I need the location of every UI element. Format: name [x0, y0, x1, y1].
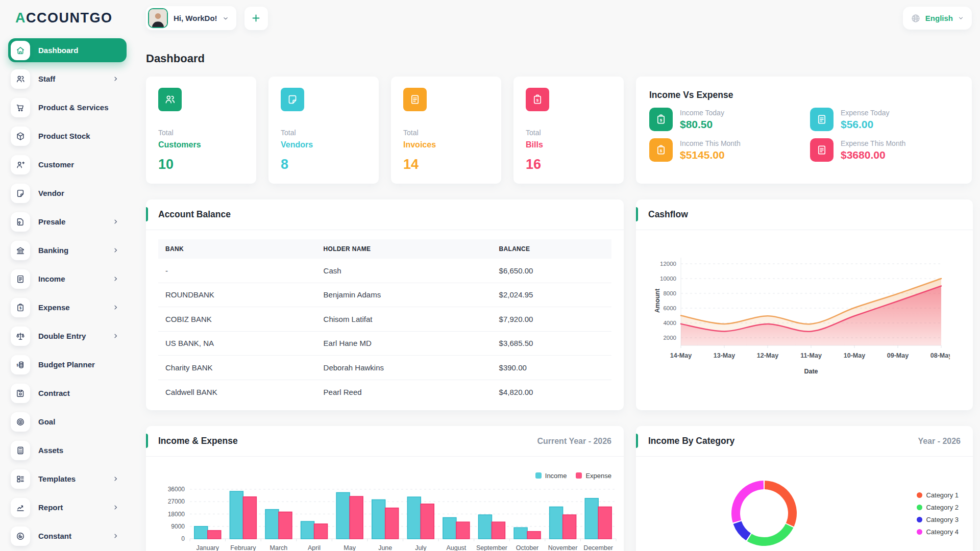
- stat-card-invoices: Total Invoices 14: [391, 77, 501, 184]
- main-content: Hi, WorkDo! English Dashboard Total Cust…: [135, 0, 980, 551]
- account-balance-table: BANK HOLDER NAME BALANCE - Cash $6,650.0…: [158, 239, 611, 404]
- column-header-balance: BALANCE: [499, 245, 604, 253]
- summary-label: Income Today: [680, 109, 724, 117]
- sidebar-item-label: Constant: [38, 532, 71, 540]
- add-button[interactable]: [244, 7, 268, 30]
- note-icon: [11, 184, 30, 203]
- sidebar-item-label: Budget Planner: [38, 360, 95, 369]
- legend-label: Category 1: [926, 491, 959, 499]
- table-row: Charity BANK Deborah Hawkins $390.00: [158, 356, 611, 380]
- income-vs-expense-grid: $ Income Today $80.50 Expense Today $56.…: [649, 108, 959, 162]
- sidebar-item-label: Staff: [38, 74, 55, 83]
- header-accent-bar: [636, 207, 638, 221]
- svg-text:$: $: [536, 98, 539, 103]
- stat-value: 16: [526, 157, 611, 172]
- legend-item-category-3[interactable]: Category 3: [917, 516, 959, 523]
- coins-icon: $: [11, 355, 30, 374]
- app: ACCOUNTGO Dashboard Staff Product & Serv…: [0, 0, 980, 551]
- sidebar-item-customer[interactable]: Customer: [8, 153, 127, 177]
- sidebar-item-dashboard[interactable]: Dashboard: [8, 38, 127, 62]
- sidebar: ACCOUNTGO Dashboard Staff Product & Serv…: [0, 0, 135, 551]
- table-row: - Cash $6,650.00: [158, 259, 611, 283]
- cashflow-header: Cashflow: [636, 199, 973, 230]
- cell-bank: ROUNDBANK: [165, 290, 324, 299]
- cell-balance: $3,685.50: [499, 339, 604, 347]
- sidebar-item-label: Product Stock: [38, 132, 90, 140]
- svg-text:May: May: [344, 544, 356, 551]
- chevron-down-icon: [222, 15, 229, 22]
- sidebar-item-income[interactable]: Income: [8, 267, 127, 291]
- bottom-row: Income & Expense Current Year - 2026 Inc…: [146, 426, 972, 551]
- legend-item-category-2[interactable]: Category 2: [917, 504, 959, 511]
- bank-icon: [11, 241, 30, 260]
- summary-label: Income This Month: [680, 139, 741, 147]
- sidebar-item-label: Income: [38, 274, 65, 283]
- sidebar-item-templates[interactable]: Templates: [8, 467, 127, 491]
- stat-value: 8: [281, 157, 366, 172]
- sidebar-item-label: Product & Services: [38, 103, 109, 112]
- svg-text:27000: 27000: [168, 498, 185, 505]
- sidebar-item-double-entry[interactable]: Double Entry: [8, 324, 127, 348]
- legend-item-expense[interactable]: Expense: [576, 471, 611, 480]
- income-expense-summary-item: $ Income This Month $5145.00: [649, 138, 798, 162]
- sidebar-item-report[interactable]: Report: [8, 495, 127, 519]
- cell-bank: Charity BANK: [165, 363, 324, 372]
- svg-text:$: $: [19, 306, 21, 310]
- account-balance-header: Account Balance: [146, 199, 624, 230]
- income-expense-header: Income & Expense Current Year - 2026: [146, 426, 624, 457]
- sidebar-item-expense[interactable]: $ Expense: [8, 295, 127, 319]
- home-icon: [11, 41, 30, 60]
- brand-logo: ACCOUNTGO: [8, 9, 127, 38]
- target-icon: [11, 412, 30, 432]
- svg-text:Amount: Amount: [654, 288, 661, 313]
- summary-label: Expense This Month: [841, 139, 905, 147]
- stat-value: 14: [403, 157, 489, 172]
- sidebar-item-assets[interactable]: Assets: [8, 438, 127, 462]
- language-selector[interactable]: English: [903, 7, 972, 30]
- svg-text:June: June: [378, 544, 392, 551]
- stat-card-vendors: Total Vendors 8: [268, 77, 379, 184]
- legend-item-category-4[interactable]: Category 4: [917, 528, 959, 536]
- user-greeting: Hi, WorkDo!: [174, 14, 217, 22]
- sidebar-item-presale[interactable]: Presale: [8, 210, 127, 234]
- svg-text:$: $: [16, 363, 18, 367]
- sidebar-item-label: Vendor: [38, 189, 64, 197]
- sidebar-item-contract[interactable]: Contract: [8, 381, 127, 405]
- legend-item-category-1[interactable]: Category 1: [917, 491, 959, 499]
- svg-text:$: $: [660, 148, 663, 153]
- income-expense-body: Income Expense 09000180002700036000Janua…: [146, 457, 624, 551]
- sidebar-item-goal[interactable]: Goal: [8, 410, 127, 434]
- language-label: English: [925, 14, 953, 22]
- chevron-right-icon: [112, 504, 119, 511]
- cell-balance: $6,650.00: [499, 266, 604, 275]
- cashflow-card: Cashflow 2000400060008000100001200014-Ma…: [636, 199, 973, 410]
- cell-bank: Caldwell BANK: [165, 388, 324, 396]
- cell-balance: $390.00: [499, 363, 604, 372]
- sidebar-item-staff[interactable]: Staff: [8, 67, 127, 91]
- income-by-category-chart: [721, 470, 807, 551]
- sidebar-item-product-stock[interactable]: Product Stock: [8, 124, 127, 148]
- income-by-category-body: Category 1 Category 2 Category 3 Categor…: [636, 457, 973, 551]
- income-vs-expense-card: Income Vs Expense $ Income Today $80.50 …: [636, 77, 972, 184]
- summary-value: $5145.00: [680, 149, 741, 161]
- sidebar-item-budget-planner[interactable]: $ Budget Planner: [8, 353, 127, 377]
- legend-item-income[interactable]: Income: [535, 471, 567, 480]
- brand-logo-accent: A: [15, 10, 26, 26]
- header-accent-bar: [636, 434, 638, 448]
- sidebar-item-constant[interactable]: Constant: [8, 524, 127, 548]
- svg-text:Date: Date: [804, 368, 818, 375]
- sidebar-item-banking[interactable]: Banking: [8, 238, 127, 262]
- table-row: US BANK, NA Earl Hane MD $3,685.50: [158, 332, 611, 356]
- svg-text:July: July: [415, 544, 427, 551]
- chevron-right-icon: [112, 304, 119, 311]
- file-badge-icon: [11, 212, 30, 232]
- sidebar-item-label: Templates: [38, 474, 76, 483]
- sidebar-item-vendor[interactable]: Vendor: [8, 181, 127, 205]
- user-menu[interactable]: Hi, WorkDo!: [146, 6, 236, 30]
- legend-swatch: [535, 472, 542, 479]
- sidebar-item-label: Dashboard: [38, 46, 78, 55]
- svg-text:36000: 36000: [168, 486, 185, 493]
- calculator-icon: [11, 441, 30, 460]
- sidebar-item-product-services[interactable]: Product & Services: [8, 95, 127, 119]
- cell-holder: Earl Hane MD: [324, 339, 499, 347]
